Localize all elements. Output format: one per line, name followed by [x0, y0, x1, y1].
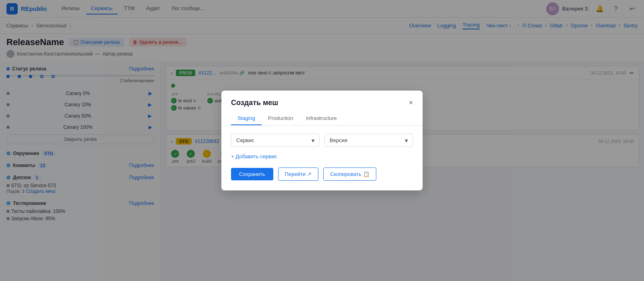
service-select-wrapper: Сервис ▼: [231, 134, 320, 147]
modal-footer: Сохранить Перейти ↗ Скопировать 📋: [221, 167, 423, 190]
goto-button[interactable]: Перейти ↗: [278, 167, 319, 181]
copy-icon: 📋: [363, 171, 369, 177]
version-select[interactable]: Версия: [324, 134, 413, 147]
version-select-wrapper: Версия ▼: [324, 134, 413, 147]
create-mesh-modal: Создать меш × Staging Production Infrast…: [221, 91, 423, 190]
copy-button[interactable]: Скопировать 📋: [323, 167, 376, 181]
modal-overlay[interactable]: Создать меш × Staging Production Infrast…: [0, 0, 644, 281]
tab-infrastructure[interactable]: Infrastructure: [299, 112, 343, 125]
modal-title: Создать меш: [231, 99, 278, 107]
external-link-icon: ↗: [307, 171, 312, 177]
add-service-link[interactable]: + Добавить сервис: [231, 153, 413, 159]
modal-close-button[interactable]: ×: [409, 99, 413, 107]
service-select[interactable]: Сервис: [231, 134, 320, 147]
modal-selects: Сервис ▼ Версия ▼: [231, 134, 413, 147]
modal-body: Сервис ▼ Версия ▼ + Добавить сервис: [221, 126, 423, 167]
modal-tabs: Staging Production Infrastructure: [221, 112, 423, 126]
modal-header: Создать меш ×: [221, 91, 423, 107]
tab-staging[interactable]: Staging: [231, 112, 262, 125]
save-button[interactable]: Сохранить: [231, 168, 273, 180]
tab-production[interactable]: Production: [262, 112, 299, 125]
